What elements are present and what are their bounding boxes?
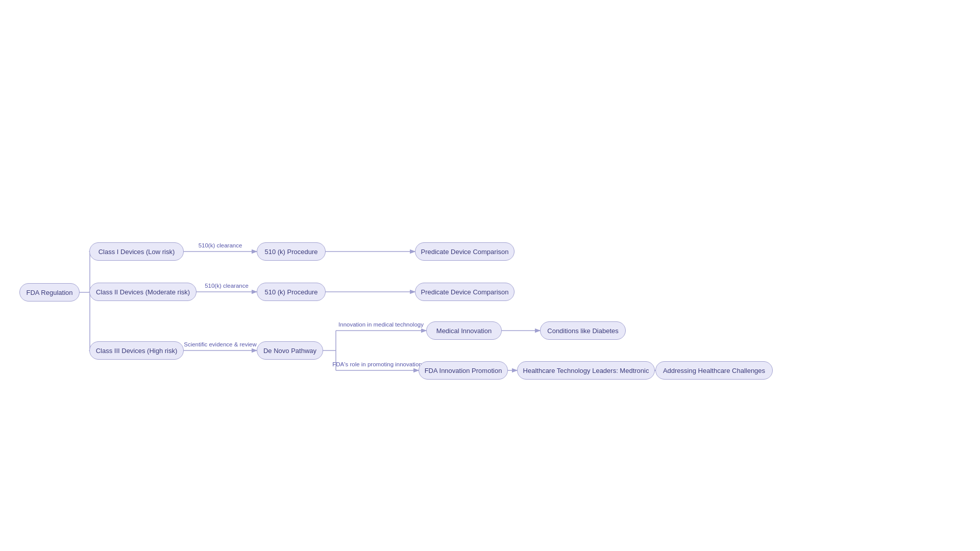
node-predicate2: Predicate Device Comparison [415, 283, 514, 301]
edge-label-denovo-medical: Innovation in medical technology [338, 321, 424, 328]
node-proc510k_2: 510 (k) Procedure [257, 283, 326, 301]
svg-connections: 510(k) clearance510(k) clearanceScientif… [0, 0, 980, 551]
edge-label-class3-denovo: Scientific evidence & review [184, 341, 257, 347]
diagram-container: 510(k) clearance510(k) clearanceScientif… [0, 0, 980, 551]
node-fda_innovation: FDA Innovation Promotion [419, 361, 508, 380]
node-fda_regulation: FDA Regulation [19, 283, 80, 302]
edge-label-class1-proc510k_1: 510(k) clearance [199, 242, 242, 248]
node-class2: Class II Devices (Moderate risk) [89, 283, 197, 301]
node-addressing_challenges: Addressing Healthcare Challenges [655, 361, 773, 380]
node-proc510k_1: 510 (k) Procedure [257, 242, 326, 261]
node-predicate1: Predicate Device Comparison [415, 242, 514, 261]
edge-label-class2-proc510k_2: 510(k) clearance [205, 283, 249, 289]
edge-label-denovo-fda: FDA's role in promoting innovation [332, 361, 422, 367]
node-denovo: De Novo Pathway [257, 341, 323, 360]
node-class3: Class III Devices (High risk) [89, 341, 184, 360]
node-conditions_diabetes: Conditions like Diabetes [540, 321, 626, 340]
node-class1: Class I Devices (Low risk) [89, 242, 184, 261]
node-healthcare_leaders: Healthcare Technology Leaders: Medtronic [517, 361, 655, 380]
node-medical_innovation: Medical Innovation [426, 321, 502, 340]
